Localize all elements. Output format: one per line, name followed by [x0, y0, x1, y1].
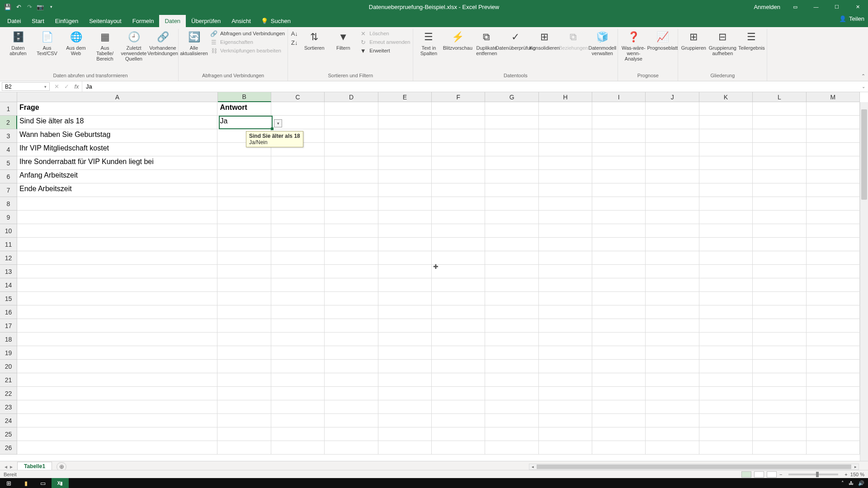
cell-D12[interactable]	[325, 251, 378, 265]
view-normal-button[interactable]	[741, 471, 751, 478]
cell-C26[interactable]	[271, 441, 325, 455]
cell-K10[interactable]	[699, 224, 753, 238]
tab-formeln[interactable]: Formeln	[127, 15, 160, 27]
cell-A9[interactable]	[17, 211, 217, 224]
sheet-nav-last-icon[interactable]: ▸	[10, 464, 13, 470]
cell-M14[interactable]	[807, 278, 860, 292]
cell-H19[interactable]	[539, 346, 592, 360]
zoom-in-icon[interactable]: +	[844, 472, 847, 477]
cell-A5[interactable]: Ihre Sonderrabatt für VIP Kunden liegt b…	[17, 156, 217, 170]
cell-H4[interactable]	[539, 143, 592, 156]
cell-E21[interactable]	[378, 373, 432, 387]
cell-J6[interactable]	[646, 170, 699, 183]
cell-D26[interactable]	[325, 441, 378, 455]
cell-A20[interactable]	[17, 360, 217, 373]
cell-M8[interactable]	[807, 197, 860, 211]
row-header-20[interactable]: 20	[0, 360, 17, 373]
cell-I5[interactable]	[592, 156, 646, 170]
row-header-1[interactable]: 1	[0, 102, 17, 116]
zoom-slider-knob[interactable]	[816, 472, 819, 477]
cell-K18[interactable]	[699, 333, 753, 346]
column-header-E[interactable]: E	[378, 92, 432, 102]
cell-C23[interactable]	[271, 400, 325, 414]
tab-start[interactable]: Start	[26, 15, 49, 27]
cell-C19[interactable]	[271, 346, 325, 360]
cell-L5[interactable]	[753, 156, 806, 170]
cell-G4[interactable]	[485, 143, 538, 156]
cell-A2[interactable]: Sind Sie älter als 18	[17, 116, 217, 129]
cell-E23[interactable]	[378, 400, 432, 414]
cell-H5[interactable]	[539, 156, 592, 170]
vertical-scrollbar[interactable]	[860, 102, 868, 463]
cell-L16[interactable]	[753, 305, 806, 319]
tray-up-icon[interactable]: ˄	[841, 480, 844, 486]
cell-E12[interactable]	[378, 251, 432, 265]
cell-M17[interactable]	[807, 319, 860, 333]
sort-desc-button[interactable]: Z↓	[291, 39, 298, 46]
cell-M9[interactable]	[807, 211, 860, 224]
select-all-corner[interactable]	[0, 92, 17, 102]
cell-F13[interactable]	[432, 265, 485, 278]
cell-D24[interactable]	[325, 414, 378, 427]
name-box-dropdown-icon[interactable]: ▾	[44, 84, 47, 89]
row-header-23[interactable]: 23	[0, 400, 17, 414]
cell-L11[interactable]	[753, 238, 806, 251]
cell-M13[interactable]	[807, 265, 860, 278]
column-header-D[interactable]: D	[325, 92, 378, 102]
cell-K4[interactable]	[699, 143, 753, 156]
cell-C7[interactable]	[271, 183, 325, 197]
cell-J4[interactable]	[646, 143, 699, 156]
cell-B24[interactable]	[217, 414, 271, 427]
cell-G11[interactable]	[485, 238, 538, 251]
tab-ansicht[interactable]: Ansicht	[226, 15, 256, 27]
cell-F18[interactable]	[432, 333, 485, 346]
row-headers[interactable]: 1234567891011121314151617181920212223242…	[0, 102, 17, 463]
cell-G9[interactable]	[485, 211, 538, 224]
cell-K3[interactable]	[699, 129, 753, 143]
cell-I1[interactable]	[592, 102, 646, 116]
cell-K1[interactable]	[699, 102, 753, 116]
zoom-value[interactable]: 150 %	[850, 472, 864, 477]
cell-D19[interactable]	[325, 346, 378, 360]
cell-I14[interactable]	[592, 278, 646, 292]
formula-input[interactable]: Ja	[82, 81, 859, 92]
cell-M19[interactable]	[807, 346, 860, 360]
cell-K9[interactable]	[699, 211, 753, 224]
cell-H10[interactable]	[539, 224, 592, 238]
horizontal-scrollbar[interactable]: ◂ ▸	[529, 464, 859, 470]
sort-button[interactable]: ⇅Sortieren	[302, 30, 327, 51]
cell-K19[interactable]	[699, 346, 753, 360]
cell-D23[interactable]	[325, 400, 378, 414]
start-button[interactable]: ⊞	[0, 478, 17, 488]
cell-K15[interactable]	[699, 292, 753, 305]
expand-formula-icon[interactable]: ⌄	[859, 81, 868, 92]
cell-B8[interactable]	[217, 197, 271, 211]
cell-E1[interactable]	[378, 102, 432, 116]
properties-button[interactable]: ☰Eigenschaften	[210, 38, 285, 46]
cell-I20[interactable]	[592, 360, 646, 373]
cell-A22[interactable]	[17, 387, 217, 400]
cell-L21[interactable]	[753, 373, 806, 387]
cell-I3[interactable]	[592, 129, 646, 143]
cell-B12[interactable]	[217, 251, 271, 265]
cell-L10[interactable]	[753, 224, 806, 238]
cell-J26[interactable]	[646, 441, 699, 455]
cell-D8[interactable]	[325, 197, 378, 211]
tray-sound-icon[interactable]: 🔊	[858, 480, 864, 486]
cell-F8[interactable]	[432, 197, 485, 211]
cell-K8[interactable]	[699, 197, 753, 211]
cell-J13[interactable]	[646, 265, 699, 278]
row-header-9[interactable]: 9	[0, 211, 17, 224]
cell-J15[interactable]	[646, 292, 699, 305]
cell-L17[interactable]	[753, 319, 806, 333]
cell-I9[interactable]	[592, 211, 646, 224]
row-header-6[interactable]: 6	[0, 170, 17, 183]
cell-K2[interactable]	[699, 116, 753, 129]
fx-icon[interactable]: fx	[71, 81, 82, 92]
cell-E11[interactable]	[378, 238, 432, 251]
cell-L26[interactable]	[753, 441, 806, 455]
cell-A8[interactable]	[17, 197, 217, 211]
cell-L24[interactable]	[753, 414, 806, 427]
scrollbar-thumb[interactable]	[861, 109, 867, 200]
cell-I11[interactable]	[592, 238, 646, 251]
